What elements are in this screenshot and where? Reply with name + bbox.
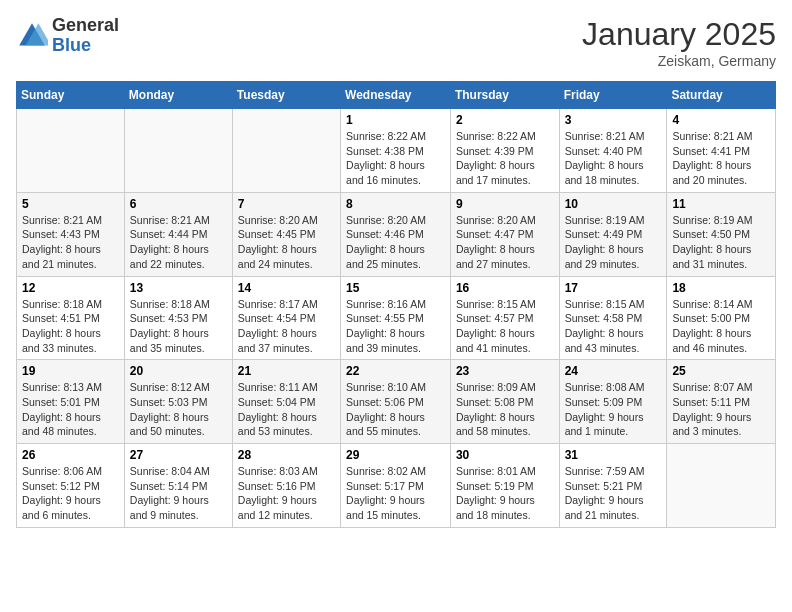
weekday-header: Tuesday xyxy=(232,82,340,109)
day-info: Sunrise: 8:03 AMSunset: 5:16 PMDaylight:… xyxy=(238,464,335,523)
day-number: 30 xyxy=(456,448,554,462)
day-info: Sunrise: 8:15 AMSunset: 4:58 PMDaylight:… xyxy=(565,297,662,356)
logo-blue: Blue xyxy=(52,36,119,56)
calendar-cell: 15Sunrise: 8:16 AMSunset: 4:55 PMDayligh… xyxy=(341,276,451,360)
day-info: Sunrise: 8:20 AMSunset: 4:47 PMDaylight:… xyxy=(456,213,554,272)
calendar-cell: 30Sunrise: 8:01 AMSunset: 5:19 PMDayligh… xyxy=(450,444,559,528)
calendar-cell: 10Sunrise: 8:19 AMSunset: 4:49 PMDayligh… xyxy=(559,192,667,276)
day-number: 29 xyxy=(346,448,445,462)
day-info: Sunrise: 8:01 AMSunset: 5:19 PMDaylight:… xyxy=(456,464,554,523)
weekday-header: Thursday xyxy=(450,82,559,109)
day-info: Sunrise: 7:59 AMSunset: 5:21 PMDaylight:… xyxy=(565,464,662,523)
day-number: 8 xyxy=(346,197,445,211)
calendar-cell: 28Sunrise: 8:03 AMSunset: 5:16 PMDayligh… xyxy=(232,444,340,528)
day-info: Sunrise: 8:18 AMSunset: 4:53 PMDaylight:… xyxy=(130,297,227,356)
day-number: 17 xyxy=(565,281,662,295)
calendar-cell: 8Sunrise: 8:20 AMSunset: 4:46 PMDaylight… xyxy=(341,192,451,276)
calendar-body: 1Sunrise: 8:22 AMSunset: 4:38 PMDaylight… xyxy=(17,109,776,528)
day-number: 24 xyxy=(565,364,662,378)
day-number: 11 xyxy=(672,197,770,211)
day-info: Sunrise: 8:14 AMSunset: 5:00 PMDaylight:… xyxy=(672,297,770,356)
day-info: Sunrise: 8:13 AMSunset: 5:01 PMDaylight:… xyxy=(22,380,119,439)
weekday-row: SundayMondayTuesdayWednesdayThursdayFrid… xyxy=(17,82,776,109)
calendar-cell: 16Sunrise: 8:15 AMSunset: 4:57 PMDayligh… xyxy=(450,276,559,360)
calendar-cell: 31Sunrise: 7:59 AMSunset: 5:21 PMDayligh… xyxy=(559,444,667,528)
day-info: Sunrise: 8:02 AMSunset: 5:17 PMDaylight:… xyxy=(346,464,445,523)
calendar-cell: 25Sunrise: 8:07 AMSunset: 5:11 PMDayligh… xyxy=(667,360,776,444)
day-info: Sunrise: 8:06 AMSunset: 5:12 PMDaylight:… xyxy=(22,464,119,523)
day-number: 3 xyxy=(565,113,662,127)
day-number: 10 xyxy=(565,197,662,211)
day-info: Sunrise: 8:19 AMSunset: 4:50 PMDaylight:… xyxy=(672,213,770,272)
weekday-header: Sunday xyxy=(17,82,125,109)
calendar-cell: 21Sunrise: 8:11 AMSunset: 5:04 PMDayligh… xyxy=(232,360,340,444)
logo-icon xyxy=(16,20,48,52)
weekday-header: Saturday xyxy=(667,82,776,109)
day-number: 14 xyxy=(238,281,335,295)
day-info: Sunrise: 8:09 AMSunset: 5:08 PMDaylight:… xyxy=(456,380,554,439)
day-number: 27 xyxy=(130,448,227,462)
weekday-header: Monday xyxy=(124,82,232,109)
day-number: 18 xyxy=(672,281,770,295)
day-number: 31 xyxy=(565,448,662,462)
calendar-cell: 27Sunrise: 8:04 AMSunset: 5:14 PMDayligh… xyxy=(124,444,232,528)
calendar-cell: 9Sunrise: 8:20 AMSunset: 4:47 PMDaylight… xyxy=(450,192,559,276)
calendar-cell: 29Sunrise: 8:02 AMSunset: 5:17 PMDayligh… xyxy=(341,444,451,528)
calendar-cell: 4Sunrise: 8:21 AMSunset: 4:41 PMDaylight… xyxy=(667,109,776,193)
calendar-cell: 1Sunrise: 8:22 AMSunset: 4:38 PMDaylight… xyxy=(341,109,451,193)
day-info: Sunrise: 8:12 AMSunset: 5:03 PMDaylight:… xyxy=(130,380,227,439)
calendar-cell: 17Sunrise: 8:15 AMSunset: 4:58 PMDayligh… xyxy=(559,276,667,360)
calendar-cell: 14Sunrise: 8:17 AMSunset: 4:54 PMDayligh… xyxy=(232,276,340,360)
day-info: Sunrise: 8:04 AMSunset: 5:14 PMDaylight:… xyxy=(130,464,227,523)
calendar-cell: 20Sunrise: 8:12 AMSunset: 5:03 PMDayligh… xyxy=(124,360,232,444)
day-info: Sunrise: 8:08 AMSunset: 5:09 PMDaylight:… xyxy=(565,380,662,439)
day-number: 22 xyxy=(346,364,445,378)
calendar-week-row: 26Sunrise: 8:06 AMSunset: 5:12 PMDayligh… xyxy=(17,444,776,528)
day-number: 13 xyxy=(130,281,227,295)
day-number: 5 xyxy=(22,197,119,211)
calendar-header: SundayMondayTuesdayWednesdayThursdayFrid… xyxy=(17,82,776,109)
calendar-cell xyxy=(232,109,340,193)
day-number: 23 xyxy=(456,364,554,378)
day-number: 7 xyxy=(238,197,335,211)
calendar-cell: 18Sunrise: 8:14 AMSunset: 5:00 PMDayligh… xyxy=(667,276,776,360)
calendar-cell: 22Sunrise: 8:10 AMSunset: 5:06 PMDayligh… xyxy=(341,360,451,444)
calendar-cell: 23Sunrise: 8:09 AMSunset: 5:08 PMDayligh… xyxy=(450,360,559,444)
day-info: Sunrise: 8:20 AMSunset: 4:46 PMDaylight:… xyxy=(346,213,445,272)
calendar-week-row: 1Sunrise: 8:22 AMSunset: 4:38 PMDaylight… xyxy=(17,109,776,193)
calendar-cell: 2Sunrise: 8:22 AMSunset: 4:39 PMDaylight… xyxy=(450,109,559,193)
weekday-header: Wednesday xyxy=(341,82,451,109)
day-info: Sunrise: 8:07 AMSunset: 5:11 PMDaylight:… xyxy=(672,380,770,439)
day-number: 26 xyxy=(22,448,119,462)
day-number: 4 xyxy=(672,113,770,127)
logo-general: General xyxy=(52,16,119,36)
day-info: Sunrise: 8:15 AMSunset: 4:57 PMDaylight:… xyxy=(456,297,554,356)
calendar-cell xyxy=(17,109,125,193)
day-number: 25 xyxy=(672,364,770,378)
logo-text: General Blue xyxy=(52,16,119,56)
day-number: 15 xyxy=(346,281,445,295)
calendar-cell: 6Sunrise: 8:21 AMSunset: 4:44 PMDaylight… xyxy=(124,192,232,276)
location: Zeiskam, Germany xyxy=(582,53,776,69)
calendar: SundayMondayTuesdayWednesdayThursdayFrid… xyxy=(16,81,776,528)
page-header: General Blue January 2025 Zeiskam, Germa… xyxy=(16,16,776,69)
day-info: Sunrise: 8:21 AMSunset: 4:40 PMDaylight:… xyxy=(565,129,662,188)
day-info: Sunrise: 8:22 AMSunset: 4:38 PMDaylight:… xyxy=(346,129,445,188)
day-number: 28 xyxy=(238,448,335,462)
day-info: Sunrise: 8:10 AMSunset: 5:06 PMDaylight:… xyxy=(346,380,445,439)
calendar-cell: 26Sunrise: 8:06 AMSunset: 5:12 PMDayligh… xyxy=(17,444,125,528)
day-number: 19 xyxy=(22,364,119,378)
day-info: Sunrise: 8:17 AMSunset: 4:54 PMDaylight:… xyxy=(238,297,335,356)
day-info: Sunrise: 8:19 AMSunset: 4:49 PMDaylight:… xyxy=(565,213,662,272)
weekday-header: Friday xyxy=(559,82,667,109)
day-info: Sunrise: 8:16 AMSunset: 4:55 PMDaylight:… xyxy=(346,297,445,356)
calendar-cell: 12Sunrise: 8:18 AMSunset: 4:51 PMDayligh… xyxy=(17,276,125,360)
day-number: 6 xyxy=(130,197,227,211)
calendar-cell xyxy=(124,109,232,193)
month-title: January 2025 xyxy=(582,16,776,53)
calendar-week-row: 12Sunrise: 8:18 AMSunset: 4:51 PMDayligh… xyxy=(17,276,776,360)
calendar-cell: 13Sunrise: 8:18 AMSunset: 4:53 PMDayligh… xyxy=(124,276,232,360)
day-info: Sunrise: 8:22 AMSunset: 4:39 PMDaylight:… xyxy=(456,129,554,188)
day-number: 16 xyxy=(456,281,554,295)
calendar-cell: 7Sunrise: 8:20 AMSunset: 4:45 PMDaylight… xyxy=(232,192,340,276)
